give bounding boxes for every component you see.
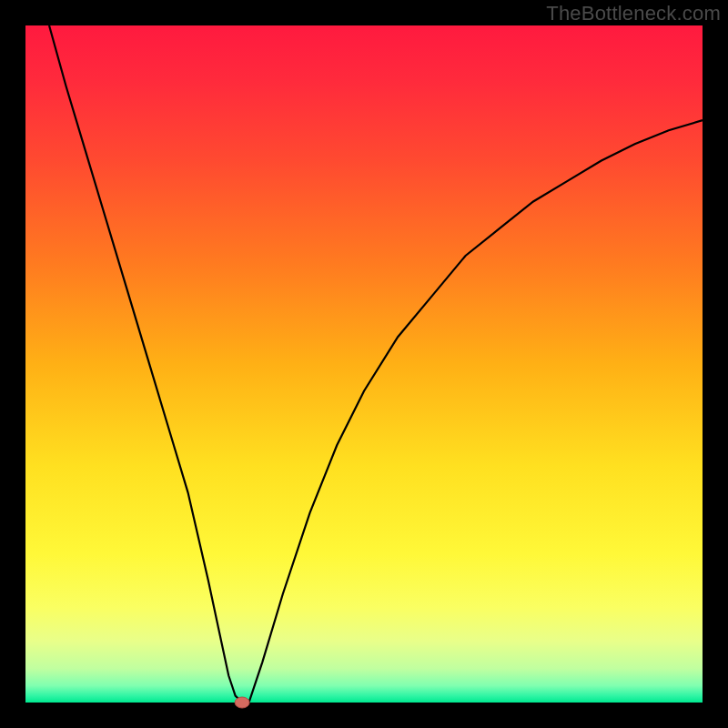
chart-frame: TheBottleneck.com	[0, 0, 728, 728]
watermark-text: TheBottleneck.com	[546, 2, 721, 25]
plot-background	[25, 25, 703, 703]
bottleneck-chart	[0, 0, 728, 728]
minimum-dot	[235, 697, 249, 708]
